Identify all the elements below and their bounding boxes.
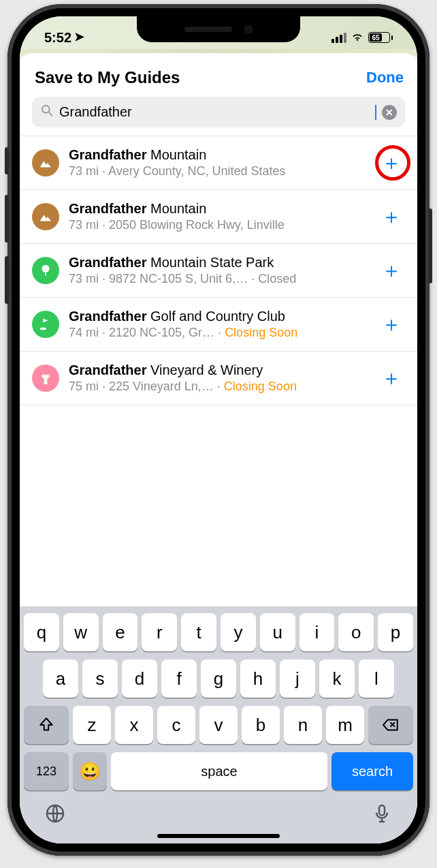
key-r[interactable]: r	[142, 613, 177, 651]
key-x[interactable]: x	[115, 706, 153, 744]
result-title: Grandfather Mountain	[69, 147, 368, 163]
result-subtitle: 74 mi2120 NC-105, Gr…Closing Soon	[69, 326, 368, 340]
key-d[interactable]: d	[122, 660, 157, 698]
key-v[interactable]: v	[199, 706, 238, 744]
result-title: Grandfather Mountain State Park	[69, 255, 368, 270]
key-a[interactable]: a	[43, 660, 78, 698]
sheet-title: Save to My Guides	[35, 68, 180, 87]
svg-point-4	[40, 328, 46, 330]
key-u[interactable]: u	[260, 613, 295, 651]
screen: 5:52 ➤ 65 Save to My Guides Done	[20, 16, 417, 843]
key-z[interactable]: z	[73, 706, 111, 744]
result-subtitle: 73 mi9872 NC-105 S, Unit 6,…Closed	[69, 272, 368, 286]
key-e[interactable]: e	[103, 613, 138, 651]
result-title: Grandfather Golf and Country Club	[69, 309, 368, 324]
backspace-key[interactable]	[368, 706, 413, 744]
svg-point-8	[44, 381, 48, 385]
text-cursor	[375, 105, 376, 120]
svg-rect-10	[379, 805, 385, 816]
key-n[interactable]: n	[284, 706, 322, 744]
search-key[interactable]: search	[331, 752, 413, 790]
clear-search-button[interactable]: ✕	[382, 105, 397, 120]
key-m[interactable]: m	[326, 706, 364, 744]
search-input[interactable]	[59, 104, 370, 120]
numbers-key[interactable]: 123	[24, 752, 69, 790]
result-row[interactable]: Grandfather Mountain73 mi2050 Blowing Ro…	[20, 190, 417, 244]
cellular-signal-icon	[331, 33, 346, 43]
result-subtitle: 73 mi2050 Blowing Rock Hwy, Linville	[69, 218, 368, 232]
shift-key[interactable]	[24, 706, 69, 744]
key-k[interactable]: k	[319, 660, 355, 698]
emoji-key[interactable]: 😀	[73, 752, 107, 790]
result-subtitle: 73 miAvery County, NC, United States	[69, 164, 368, 179]
key-f[interactable]: f	[161, 660, 197, 698]
result-row[interactable]: Grandfather Vineyard & Winery75 mi225 Vi…	[20, 352, 417, 405]
search-icon	[40, 104, 54, 121]
add-to-guide-button[interactable]: ＋	[378, 257, 405, 284]
notch	[137, 16, 300, 42]
result-title: Grandfather Vineyard & Winery	[69, 362, 368, 378]
status-time: 5:52	[44, 30, 71, 46]
key-w[interactable]: w	[63, 613, 99, 651]
result-row[interactable]: Grandfather Mountain State Park73 mi9872…	[20, 244, 417, 298]
key-h[interactable]: h	[240, 660, 276, 698]
key-o[interactable]: o	[338, 613, 374, 651]
keyboard: qwertyuiop asdfghjkl zxcvbnm 123 😀 space…	[20, 606, 417, 843]
golf-icon	[32, 311, 59, 338]
mountain-icon	[32, 149, 59, 176]
space-key[interactable]: space	[111, 752, 327, 790]
add-to-guide-button[interactable]: ＋	[378, 365, 405, 392]
mountain-icon	[32, 203, 59, 230]
svg-point-6	[46, 375, 50, 379]
svg-line-1	[49, 112, 52, 116]
add-to-guide-button[interactable]: ＋	[378, 149, 405, 176]
battery-percent: 65	[370, 33, 382, 42]
result-row[interactable]: Grandfather Golf and Country Club74 mi21…	[20, 298, 417, 352]
key-l[interactable]: l	[359, 660, 394, 698]
phone-frame: 5:52 ➤ 65 Save to My Guides Done	[7, 4, 430, 856]
key-t[interactable]: t	[181, 613, 216, 651]
key-c[interactable]: c	[157, 706, 195, 744]
key-p[interactable]: p	[378, 613, 413, 651]
svg-point-2	[42, 265, 50, 273]
dictation-icon[interactable]	[371, 803, 393, 827]
wifi-icon	[351, 29, 364, 46]
key-g[interactable]: g	[201, 660, 236, 698]
save-to-guides-sheet: Save to My Guides Done ✕ Grandfather Mou…	[20, 53, 417, 843]
home-indicator[interactable]	[157, 834, 280, 838]
add-to-guide-button[interactable]: ＋	[378, 203, 405, 230]
key-j[interactable]: j	[280, 660, 315, 698]
location-arrow-icon: ➤	[74, 29, 84, 44]
result-subtitle: 75 mi225 Vineyard Ln,…Closing Soon	[69, 379, 368, 394]
key-i[interactable]: i	[300, 613, 335, 651]
result-text: Grandfather Vineyard & Winery75 mi225 Vi…	[69, 362, 368, 394]
search-results-list: Grandfather Mountain73 miAvery County, N…	[20, 136, 417, 606]
battery-icon: 65	[368, 32, 393, 43]
result-text: Grandfather Mountain State Park73 mi9872…	[69, 255, 368, 286]
result-row[interactable]: Grandfather Mountain73 miAvery County, N…	[20, 136, 417, 190]
globe-icon[interactable]	[44, 803, 66, 827]
svg-rect-3	[45, 272, 46, 276]
result-text: Grandfather Mountain73 mi2050 Blowing Ro…	[69, 201, 368, 232]
key-s[interactable]: s	[82, 660, 118, 698]
key-y[interactable]: y	[221, 613, 256, 651]
add-to-guide-button[interactable]: ＋	[378, 311, 405, 338]
grapes-icon	[32, 365, 59, 392]
key-b[interactable]: b	[242, 706, 280, 744]
search-field[interactable]: ✕	[32, 97, 405, 127]
done-button[interactable]: Done	[366, 69, 404, 87]
svg-point-5	[42, 375, 46, 379]
result-text: Grandfather Mountain73 miAvery County, N…	[69, 147, 368, 179]
tree-icon	[32, 257, 59, 284]
result-title: Grandfather Mountain	[69, 201, 368, 217]
result-text: Grandfather Golf and Country Club74 mi21…	[69, 309, 368, 340]
key-q[interactable]: q	[24, 613, 59, 651]
